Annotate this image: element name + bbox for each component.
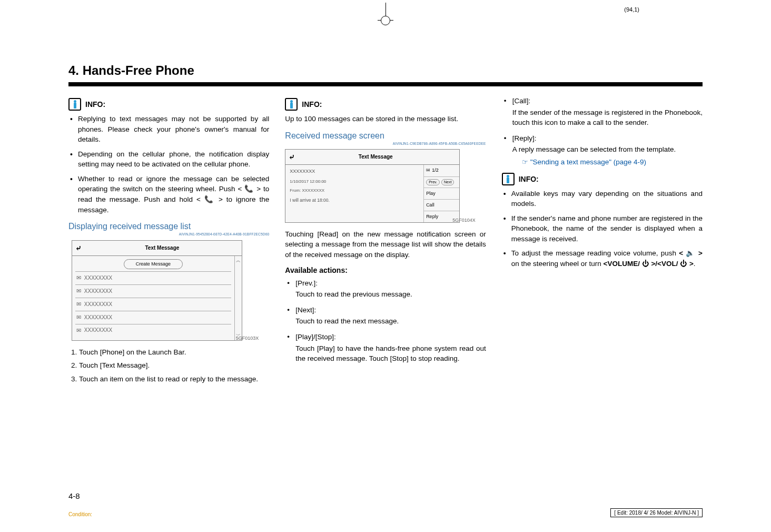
content-frame: 4. Hands-Free Phone INFO: Replying to te… — [68, 47, 703, 485]
bullet-item: If the sender's name and phone number ar… — [511, 213, 703, 244]
scroll-bar: ︽ ︾ — [234, 256, 242, 340]
create-message-button: Create Message — [124, 259, 183, 269]
cross-reference: ☞"Sending a text message" (page 4-9) — [522, 157, 703, 168]
info-bullets: Replying to text messages may not be sup… — [68, 114, 269, 215]
crop-mark-top — [375, 3, 396, 24]
step-item: Touch [Text Message]. — [79, 360, 269, 371]
scroll-up-icon: ︽ — [236, 257, 241, 264]
info-label: INFO: — [519, 174, 539, 184]
datetime: 1/10/2017 12:00:00 — [290, 179, 419, 185]
message-row: ✉XXXXXXXX — [75, 324, 231, 337]
info-icon — [285, 98, 298, 111]
column-3: [Call]: If the sender of the message is … — [502, 96, 703, 388]
subheading: Available actions: — [285, 265, 486, 275]
prev-next-cell: Prev. Next — [424, 177, 459, 188]
screenshot-title: Text Message — [86, 244, 239, 252]
paragraph: Touching [Read] on the new message notif… — [285, 229, 486, 260]
action-item: [Prev.]: Touch to read the previous mess… — [295, 278, 486, 300]
message-row: ✉XXXXXXXX — [75, 298, 231, 311]
step-item: Touch an item on the list to read or rep… — [79, 374, 269, 385]
bullet-item: Whether to read or ignore the message ca… — [78, 174, 269, 215]
action-item: [Play]/[Stop]: Touch [Play] to have the … — [295, 332, 486, 364]
action-item: [Reply]: A reply message can be selected… — [512, 133, 703, 168]
action-desc: Touch to read the next message. — [295, 316, 486, 327]
action-label: [Play]/[Stop]: — [295, 332, 486, 342]
action-label: [Next]: — [295, 305, 486, 316]
from-line: From: XXXXXXXX — [290, 188, 419, 194]
mail-open-icon: ✉ — [76, 287, 81, 295]
mail-open-icon: ✉ — [76, 300, 81, 309]
mail-icon: ✉ — [426, 167, 430, 174]
actions-list: [Prev.]: Touch to read the previous mess… — [285, 278, 486, 364]
action-item: [Call]: If the sender of the message is … — [512, 96, 703, 128]
figure-message-list: ⤶ Text Message Create Message ✉XXXXXXXX … — [72, 240, 242, 341]
action-label: [Prev.]: — [295, 278, 486, 289]
sender-name: XXXXXXXX — [290, 168, 419, 175]
footer-edit-info: [ Edit: 2018/ 4/ 26 Model: AIVINJ-N ] — [610, 508, 703, 517]
title-rule — [68, 82, 703, 86]
column-2: INFO: Up to 100 messages can be stored i… — [285, 96, 486, 388]
action-label: [Reply]: — [512, 133, 703, 144]
link-text: "Sending a text message" (page 4-9) — [530, 158, 646, 166]
info-bullets: Available keys may vary depending on the… — [502, 189, 703, 269]
action-label: [Call]: — [512, 96, 703, 106]
pointer-icon: ☞ — [522, 157, 528, 168]
message-body: I will arrive at 18:00. — [290, 197, 419, 203]
info-box: INFO: — [68, 98, 269, 111]
figure-code: 5GF0103X — [236, 335, 259, 342]
info-label: INFO: — [85, 99, 105, 110]
bullet-item: To adjust the message reading voice volu… — [511, 248, 703, 269]
action-desc: Touch to read the previous message. — [295, 289, 486, 300]
figure-message-detail: ⤶ Text Message XXXXXXXX 1/10/2017 12:00:… — [285, 149, 460, 223]
screenshot-title: Text Message — [295, 153, 456, 161]
mail-closed-icon: ✉ — [76, 274, 81, 282]
back-icon: ⤶ — [289, 152, 295, 162]
action-desc: Touch [Play] to have the hands-free phon… — [295, 343, 486, 364]
prev-button: Prev. — [426, 179, 440, 185]
action-desc: A reply message can be selected from the… — [512, 144, 703, 155]
bullet-item: Replying to text messages may not be sup… — [78, 114, 269, 145]
chapter-title: 4. Hands-Free Phone — [68, 63, 703, 78]
steps-list: Touch [Phone] on the Launch Bar. Touch [… — [68, 347, 269, 385]
bullet-item: Available keys may vary depending on the… — [511, 189, 703, 209]
info-box: INFO: — [502, 173, 703, 185]
message-row: ✉XXXXXXXX — [75, 271, 231, 284]
step-item: Touch [Phone] on the Launch Bar. — [79, 347, 269, 358]
message-row: ✉XXXXXXXX — [75, 311, 231, 324]
figure-code: 5GF0104X — [452, 217, 476, 224]
counter-cell: ✉1/2 — [424, 165, 459, 176]
info-icon — [502, 173, 515, 185]
info-label: INFO: — [302, 99, 322, 110]
info-box: INFO: — [285, 98, 486, 111]
guid-code: AIVINJN1-95452804-687D-42E4-A40B-91BFF2E… — [68, 232, 269, 237]
back-icon: ⤶ — [75, 243, 82, 253]
message-row: ✉XXXXXXXX — [75, 284, 231, 298]
page-number: 4-8 — [68, 491, 80, 500]
next-button: Next — [441, 179, 454, 185]
bullet-item: Depending on the cellular phone, the not… — [78, 149, 269, 170]
action-desc: If the sender of the message is register… — [512, 107, 703, 128]
guid-code: AIVINJN1-C9EDB786-A890-45FB-A50B-C65A60F… — [285, 141, 486, 146]
action-item: [Next]: Touch to read the next message. — [295, 305, 486, 327]
actions-continued: [Call]: If the sender of the message is … — [502, 96, 703, 168]
play-button: Play — [424, 188, 459, 200]
paragraph: Up to 100 messages can be stored in the … — [285, 114, 486, 124]
call-button: Call — [424, 200, 459, 211]
sheet-marker: (94,1) — [624, 6, 639, 13]
info-icon — [68, 98, 81, 111]
section-heading: Received message screen — [285, 130, 486, 142]
footer-condition: Condition: — [68, 511, 92, 517]
page: (94,1) 4. Hands-Free Phone INFO: Replyin… — [0, 0, 771, 532]
column-1: INFO: Replying to text messages may not … — [68, 96, 269, 388]
columns: INFO: Replying to text messages may not … — [68, 96, 703, 388]
section-heading: Displaying received message list — [68, 220, 269, 232]
mail-open-icon: ✉ — [76, 313, 81, 322]
mail-open-icon: ✉ — [76, 327, 81, 335]
